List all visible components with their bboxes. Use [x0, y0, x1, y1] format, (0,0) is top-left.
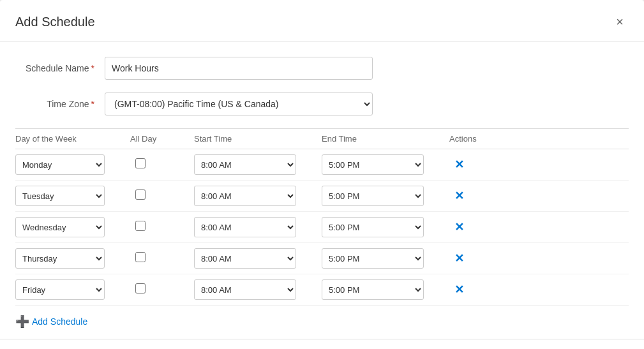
start-time-cell: 12:00 AM1:00 AM2:00 AM3:00 AM4:00 AM5:00… [194, 279, 322, 300]
dialog-body: Schedule Name* Time Zone* (GMT-08:00) Pa… [0, 41, 644, 339]
day-select-friday[interactable]: SundayMondayTuesdayWednesdayThursdayFrid… [15, 279, 105, 300]
end-time-select-wednesday[interactable]: 12:00 AM1:00 AM2:00 AM3:00 AM4:00 AM5:00… [322, 217, 424, 237]
day-cell: SundayMondayTuesdayWednesdayThursdayFrid… [15, 186, 130, 206]
start-time-select-tuesday[interactable]: 12:00 AM1:00 AM2:00 AM3:00 AM4:00 AM5:00… [194, 186, 296, 206]
end-time-select-friday[interactable]: 12:00 AM1:00 AM2:00 AM3:00 AM4:00 AM5:00… [322, 279, 424, 300]
add-schedule-dialog: Add Schedule × Schedule Name* Time Zone*… [0, 0, 644, 349]
allday-cell [130, 189, 194, 202]
table-row: SundayMondayTuesdayWednesdayThursdayFrid… [15, 181, 629, 212]
dialog-title: Add Schedule [15, 15, 95, 29]
day-select-monday[interactable]: SundayMondayTuesdayWednesdayThursdayFrid… [15, 154, 105, 175]
allday-cell [130, 221, 194, 234]
end-time-select-monday[interactable]: 12:00 AM1:00 AM2:00 AM3:00 AM4:00 AM5:00… [322, 154, 424, 175]
start-time-select-thursday[interactable]: 12:00 AM1:00 AM2:00 AM3:00 AM4:00 AM5:00… [194, 248, 296, 269]
timezone-select[interactable]: (GMT-08:00) Pacific Time (US & Canada) (… [105, 93, 373, 115]
timezone-label: Time Zone* [15, 99, 105, 109]
table-header: Day of the Week All Day Start Time End T… [15, 128, 629, 149]
allday-checkbox-friday[interactable] [135, 283, 146, 293]
allday-cell [130, 283, 194, 296]
start-time-cell: 12:00 AM1:00 AM2:00 AM3:00 AM4:00 AM5:00… [194, 248, 322, 269]
start-time-select-monday[interactable]: 12:00 AM1:00 AM2:00 AM3:00 AM4:00 AM5:00… [194, 154, 296, 175]
start-time-select-friday[interactable]: 12:00 AM1:00 AM2:00 AM3:00 AM4:00 AM5:00… [194, 279, 296, 300]
day-cell: SundayMondayTuesdayWednesdayThursdayFrid… [15, 248, 130, 269]
end-time-cell: 12:00 AM1:00 AM2:00 AM3:00 AM4:00 AM5:00… [322, 154, 449, 175]
add-schedule-label: Add Schedule [32, 316, 87, 327]
actions-cell: ✕ [449, 158, 513, 172]
add-schedule-link[interactable]: ➕ Add Schedule [15, 315, 87, 329]
allday-checkbox-wednesday[interactable] [135, 221, 146, 231]
allday-cell [130, 252, 194, 265]
add-icon: ➕ [15, 315, 29, 329]
end-time-cell: 12:00 AM1:00 AM2:00 AM3:00 AM4:00 AM5:00… [322, 248, 449, 269]
table-row: SundayMondayTuesdayWednesdayThursdayFrid… [15, 274, 629, 306]
schedule-table: Day of the Week All Day Start Time End T… [15, 128, 629, 329]
delete-row-wednesday[interactable]: ✕ [449, 220, 469, 234]
close-button[interactable]: × [611, 13, 629, 31]
col-header-start: Start Time [194, 134, 322, 144]
table-row: SundayMondayTuesdayWednesdayThursdayFrid… [15, 149, 629, 181]
actions-cell: ✕ [449, 283, 513, 297]
day-select-wednesday[interactable]: SundayMondayTuesdayWednesdayThursdayFrid… [15, 217, 105, 237]
day-cell: SundayMondayTuesdayWednesdayThursdayFrid… [15, 154, 130, 175]
end-time-cell: 12:00 AM1:00 AM2:00 AM3:00 AM4:00 AM5:00… [322, 279, 449, 300]
day-cell: SundayMondayTuesdayWednesdayThursdayFrid… [15, 217, 130, 237]
start-time-cell: 12:00 AM1:00 AM2:00 AM3:00 AM4:00 AM5:00… [194, 154, 322, 175]
delete-row-thursday[interactable]: ✕ [449, 251, 469, 265]
day-select-tuesday[interactable]: SundayMondayTuesdayWednesdayThursdayFrid… [15, 186, 105, 206]
end-time-select-thursday[interactable]: 12:00 AM1:00 AM2:00 AM3:00 AM4:00 AM5:00… [322, 248, 424, 269]
col-header-day: Day of the Week [15, 134, 130, 144]
day-cell: SundayMondayTuesdayWednesdayThursdayFrid… [15, 279, 130, 300]
table-row: SundayMondayTuesdayWednesdayThursdayFrid… [15, 212, 629, 243]
col-header-allday: All Day [130, 134, 194, 144]
actions-cell: ✕ [449, 220, 513, 234]
schedule-name-label: Schedule Name* [15, 63, 105, 73]
col-header-actions: Actions [449, 134, 513, 144]
schedule-name-row: Schedule Name* [15, 57, 629, 80]
delete-row-tuesday[interactable]: ✕ [449, 189, 469, 203]
end-time-select-tuesday[interactable]: 12:00 AM1:00 AM2:00 AM3:00 AM4:00 AM5:00… [322, 186, 424, 206]
actions-cell: ✕ [449, 189, 513, 203]
day-select-thursday[interactable]: SundayMondayTuesdayWednesdayThursdayFrid… [15, 248, 105, 269]
end-time-cell: 12:00 AM1:00 AM2:00 AM3:00 AM4:00 AM5:00… [322, 217, 449, 237]
allday-checkbox-monday[interactable] [135, 158, 146, 168]
col-header-end: End Time [322, 134, 449, 144]
required-star-tz: * [91, 99, 94, 109]
allday-checkbox-tuesday[interactable] [135, 189, 146, 200]
start-time-cell: 12:00 AM1:00 AM2:00 AM3:00 AM4:00 AM5:00… [194, 186, 322, 206]
actions-cell: ✕ [449, 251, 513, 265]
end-time-cell: 12:00 AM1:00 AM2:00 AM3:00 AM4:00 AM5:00… [322, 186, 449, 206]
delete-row-monday[interactable]: ✕ [449, 158, 469, 172]
allday-cell [130, 158, 194, 171]
start-time-cell: 12:00 AM1:00 AM2:00 AM3:00 AM4:00 AM5:00… [194, 217, 322, 237]
required-star: * [91, 63, 94, 73]
table-row: SundayMondayTuesdayWednesdayThursdayFrid… [15, 243, 629, 274]
dialog-header: Add Schedule × [0, 0, 644, 41]
schedule-name-input[interactable] [105, 57, 373, 80]
timezone-row: Time Zone* (GMT-08:00) Pacific Time (US … [15, 93, 629, 115]
allday-checkbox-thursday[interactable] [135, 252, 146, 262]
dialog-footer: SAVE CANCEL [0, 339, 644, 349]
start-time-select-wednesday[interactable]: 12:00 AM1:00 AM2:00 AM3:00 AM4:00 AM5:00… [194, 217, 296, 237]
delete-row-friday[interactable]: ✕ [449, 283, 469, 297]
